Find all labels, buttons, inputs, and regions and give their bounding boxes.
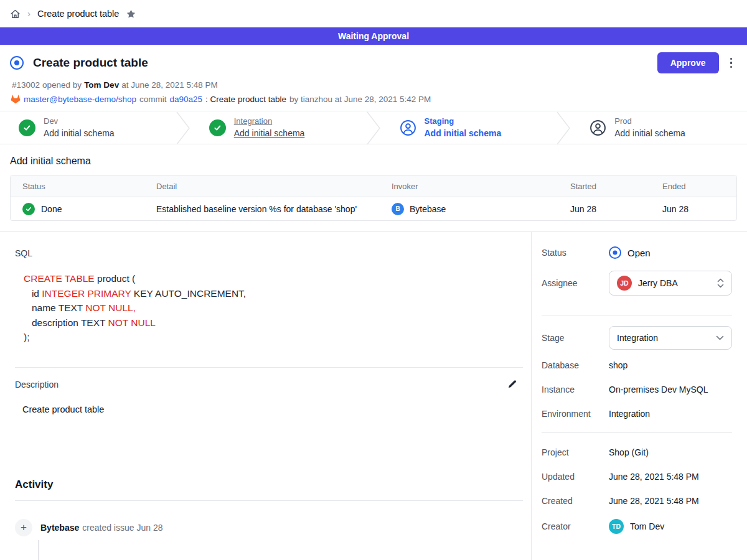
git-commit-line: master@bytebase-demo/shop commit da90a25…	[11, 95, 737, 104]
stage-label: Stage	[542, 333, 609, 343]
commit-message: : Create product table	[205, 95, 286, 104]
home-icon[interactable]	[10, 9, 21, 19]
divider	[15, 500, 523, 501]
check-icon	[209, 119, 226, 136]
sql-label: SQL	[15, 248, 531, 258]
stage-separator	[176, 111, 190, 145]
task-section: Add initial schema Status Detail Invoker…	[0, 144, 747, 221]
updated-value: June 28, 2021 5:48 PM	[609, 472, 699, 482]
stage-separator	[557, 111, 571, 145]
activity-heading: Activity	[15, 478, 531, 491]
table-row[interactable]: Done Established baseline version %s for…	[11, 197, 736, 220]
issue-header: Create product table Approve #13002 open…	[0, 45, 747, 111]
stage-separator	[367, 111, 381, 145]
star-icon[interactable]	[126, 9, 136, 19]
user-circle-icon	[400, 119, 416, 136]
avatar: JD	[617, 276, 632, 291]
check-icon	[19, 119, 35, 136]
pipeline-stage-bar: Dev Add initial schema Integration Add i…	[0, 111, 747, 144]
task-table-header: Status Detail Invoker Started Ended	[11, 175, 736, 197]
environment-label: Environment	[542, 409, 609, 419]
task-invoker: Bytebase	[410, 204, 446, 214]
database-label: Database	[542, 360, 609, 370]
kebab-menu-icon[interactable]	[729, 57, 734, 70]
breadcrumb: › Create product table	[0, 0, 747, 27]
divider	[542, 432, 732, 433]
status-banner: Waiting Approval	[0, 27, 747, 45]
instance-value[interactable]: On-premises Dev MySQL	[609, 385, 708, 394]
stage-value: Integration	[617, 333, 710, 343]
col-status: Status	[22, 182, 156, 191]
description-content[interactable]: Create product table	[22, 404, 531, 414]
instance-label: Instance	[542, 385, 609, 394]
task-detail: Established baseline version %s for data…	[156, 204, 392, 214]
approve-button[interactable]: Approve	[657, 52, 719, 73]
stage-integration[interactable]: Integration Add initial schema	[190, 111, 367, 144]
plus-icon: +	[15, 519, 32, 536]
project-label: Project	[542, 447, 609, 457]
user-circle-icon	[590, 119, 606, 136]
issue-sidebar: Status Open Assignee JD Jerry DBA	[532, 232, 747, 560]
page-title: Create product table	[33, 56, 148, 70]
avatar: B	[392, 203, 404, 215]
creator-value: Tom Dev	[630, 521, 664, 531]
bytebase-issue-page: › Create product table Waiting Approval …	[0, 0, 747, 560]
chevron-down-icon	[716, 335, 724, 340]
breadcrumb-separator-icon: ›	[27, 8, 31, 19]
commit-hash-link[interactable]: da90a25	[170, 95, 203, 104]
updown-icon	[717, 278, 724, 288]
assignee-select[interactable]: JD Jerry DBA	[609, 271, 732, 296]
environment-value: Integration	[609, 409, 650, 419]
activity-item: + Bytebase created issue Jun 28	[15, 519, 531, 536]
task-started: Jun 28	[570, 204, 662, 214]
issue-opened-at: at June 28, 2021 5:48 PM	[121, 80, 218, 90]
activity-actor: Bytebase	[40, 523, 79, 533]
divider	[15, 367, 523, 368]
issue-main-panel: SQL CREATE TABLE product ( id INTEGER PR…	[0, 232, 532, 560]
created-label: Created	[542, 496, 609, 506]
issue-meta: #13002 opened by Tom Dev at June 28, 202…	[12, 80, 737, 90]
issue-id: #13002	[12, 80, 40, 90]
issue-open-icon	[609, 246, 621, 259]
edit-pencil-icon[interactable]	[506, 378, 519, 391]
col-detail: Detail	[156, 182, 392, 191]
status-label: Status	[542, 248, 609, 258]
issue-open-icon	[10, 56, 24, 70]
updated-label: Updated	[542, 472, 609, 482]
stage-staging[interactable]: Staging Add initial schema	[381, 111, 557, 144]
issue-author: Tom Dev	[84, 80, 119, 90]
col-ended: Ended	[662, 182, 736, 191]
assignee-value: Jerry DBA	[638, 278, 711, 288]
status-value: Open	[627, 248, 651, 258]
timeline-line	[38, 540, 39, 560]
git-ref-link[interactable]: master@bytebase-demo/shop	[24, 95, 136, 104]
col-started: Started	[570, 182, 662, 191]
task-heading: Add initial schema	[10, 156, 737, 167]
creator-label: Creator	[542, 521, 609, 531]
task-status: Done	[41, 204, 62, 214]
task-ended: Jun 28	[662, 204, 736, 214]
gitlab-icon	[11, 95, 21, 104]
col-invoker: Invoker	[392, 182, 570, 191]
stage-select[interactable]: Integration	[609, 326, 732, 350]
commit-byline: by tianzhou at June 28, 2021 5:42 PM	[289, 95, 431, 104]
check-icon	[22, 203, 35, 215]
created-value: June 28, 2021 5:48 PM	[609, 496, 699, 506]
breadcrumb-page-title[interactable]: Create product table	[37, 9, 119, 19]
task-table: Status Detail Invoker Started Ended Done…	[10, 175, 737, 221]
activity-action: created issue Jun 28	[82, 523, 162, 533]
stage-dev[interactable]: Dev Add initial schema	[0, 111, 176, 144]
stage-prod[interactable]: Prod Add initial schema	[571, 111, 747, 144]
project-value[interactable]: Shop (Git)	[609, 447, 649, 457]
sql-statement: CREATE TABLE product ( id INTEGER PRIMAR…	[24, 271, 531, 345]
status-banner-text: Waiting Approval	[338, 31, 409, 41]
assignee-label: Assignee	[542, 278, 609, 288]
database-value[interactable]: shop	[609, 360, 627, 370]
description-label: Description	[15, 380, 59, 390]
divider	[542, 315, 732, 315]
avatar: TD	[609, 519, 624, 534]
